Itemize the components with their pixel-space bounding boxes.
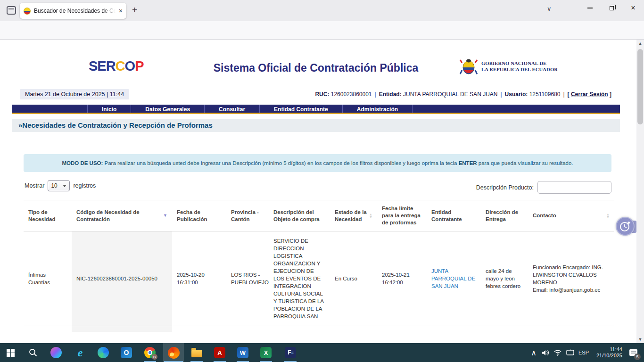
records-label: registros — [73, 182, 96, 189]
clock-icon — [619, 220, 631, 232]
header-descripcion-objeto[interactable]: Descripción del Objeto de compra — [269, 200, 330, 231]
new-tab-button[interactable]: + — [132, 5, 137, 15]
taskbar-file-explorer-button[interactable] — [186, 343, 207, 362]
page-scrollbar[interactable]: ▲ ▼ — [636, 40, 644, 343]
internet-explorer-icon: e — [78, 346, 83, 359]
time-tracker-widget[interactable] — [616, 217, 635, 236]
product-filter: Descripción Producto: — [476, 181, 611, 194]
header-entidad-contratante[interactable]: Entidad Contratante — [427, 200, 481, 231]
gov-text-line2: LA REPUBLICA DEL ECUADOR — [481, 66, 558, 73]
search-icon — [28, 348, 38, 357]
sort-desc-icon: ▼ — [163, 212, 167, 219]
firefox-icon — [168, 347, 180, 359]
current-datetime: Martes 21 de Octubre de 2025 | 11:44 — [20, 89, 129, 99]
taskbar-copilot-button[interactable] — [46, 343, 66, 362]
cell-fecha-publicacion: 2025-10-20 16:31:00 — [172, 231, 226, 326]
page-length-control: Mostrar 10 registros — [25, 180, 96, 191]
records-per-page-select[interactable]: 10 — [48, 180, 70, 191]
taskbar-search-button[interactable] — [23, 343, 43, 362]
usuario-label: Usuario: — [505, 91, 528, 98]
taskbar-internet-explorer-button[interactable]: e — [70, 343, 91, 362]
menu-item-inicio[interactable]: Inicio — [87, 105, 131, 113]
menu-item-administracion[interactable]: Administración — [343, 105, 413, 113]
cell-direccion: calle 24 de mayo y leon febres cordero — [481, 231, 528, 326]
scroll-down-icon[interactable]: ▼ — [636, 336, 644, 343]
header-tipo-necesidad[interactable]: Tipo de Necesidad — [24, 200, 72, 231]
header-contacto[interactable]: Contacto▲▼ — [528, 200, 614, 231]
notification-badge: 5 — [634, 354, 641, 360]
cell-contacto: Funcionario Encargado: ING. LIWINSGTON C… — [528, 231, 614, 326]
taskbar-outlook-button[interactable]: O — [116, 343, 137, 362]
usuario-value: 1251109680 — [529, 91, 561, 98]
header-estado-necesidad[interactable]: Estado de la Necesidad▲▼ — [330, 200, 377, 231]
menu-item-consultar[interactable]: Consultar — [205, 105, 260, 113]
tray-time: 11:44 — [610, 346, 622, 353]
table-header-row: Tipo de Necesidad Código de Necesidad de… — [24, 200, 614, 231]
cell-fecha-limite: 2025-10-21 16:42:00 — [377, 231, 427, 326]
product-description-input[interactable] — [537, 181, 611, 194]
browser-toolbar: ← → ⟳ www.compraspublicas.gob.ec/Proceso… — [0, 21, 644, 40]
main-menu: Inicio Datos Generales Consultar Entidad… — [12, 105, 620, 114]
table-row-partial — [24, 326, 614, 332]
entidad-link[interactable]: JUNTA PARROQUIAL DE SAN JUAN — [431, 268, 475, 289]
cell-codigo: NIC-1260023860001-2025-00050 — [72, 231, 172, 326]
windows-taskbar: e O G A W X F≡ ∧ ESP 11:44 21/10/2025 5 — [0, 343, 644, 362]
window-minimize-button[interactable] — [579, 0, 601, 16]
chevron-down-icon — [63, 185, 66, 187]
taskbar-word-button[interactable]: W — [232, 343, 253, 362]
tray-date: 21/10/2025 — [596, 353, 622, 359]
filter-label: Descripción Producto: — [476, 184, 534, 191]
taskbar-firefox-button[interactable] — [163, 343, 184, 362]
gov-text-line1: GOBIERNO NACIONAL DE — [481, 60, 558, 66]
table-row: Ínfimas Cuantías NIC-1260023860001-2025-… — [24, 231, 614, 326]
scrollbar-thumb[interactable] — [637, 49, 643, 124]
usage-info-box: MODO DE USO: Para realizar una búsqueda … — [24, 154, 611, 172]
header-codigo-necesidad[interactable]: Código de Necesidad de Contratación▼ — [72, 200, 172, 231]
start-button[interactable] — [0, 343, 21, 362]
page-title: »Necesidades de Contratación y Recepción… — [12, 119, 620, 132]
copilot-icon — [50, 347, 62, 358]
needs-table: Tipo de Necesidad Código de Necesidad de… — [24, 200, 614, 332]
firefox-view-icon[interactable] — [7, 6, 16, 15]
cell-tipo: Ínfimas Cuantías — [24, 231, 72, 326]
header-fecha-publicacion[interactable]: Fecha de Publicación — [172, 200, 226, 231]
cell-provincia-canton: LOS RIOS - PUEBLOVIEJO — [226, 231, 269, 326]
browser-tab[interactable]: Buscador de Necesidades de Co × — [20, 3, 126, 19]
taskbar-edge-button[interactable] — [93, 343, 114, 362]
chrome-icon: G — [144, 347, 156, 358]
volume-icon[interactable] — [539, 343, 552, 362]
site-favicon-icon — [24, 8, 31, 15]
notification-center-button[interactable]: 5 — [625, 343, 641, 362]
logout-link[interactable]: Cerrar Sesión — [571, 91, 608, 98]
taskbar-clock[interactable]: 11:44 21/10/2025 — [589, 343, 622, 362]
cell-estado: En Curso — [330, 231, 377, 326]
tab-list-chevron-icon[interactable]: ∨ — [547, 5, 552, 12]
header-provincia-canton[interactable]: Provincia - Cantón — [226, 200, 269, 231]
scroll-up-icon[interactable]: ▲ — [636, 40, 644, 47]
taskbar-excel-button[interactable]: X — [256, 343, 276, 362]
tab-title: Buscador de Necesidades de Co — [34, 8, 116, 14]
ruc-value: 1260023860001 — [331, 91, 372, 98]
header-direccion-entrega[interactable]: Dirección de Entrega — [481, 200, 528, 231]
entidad-value: JUNTA PARROQUIAL DE SAN JUAN — [403, 91, 497, 98]
taskbar-chrome-button[interactable]: G — [140, 343, 160, 362]
session-info: RUC: 1260023860001|Entidad: JUNTA PARROQ… — [315, 91, 611, 98]
touch-keyboard-icon[interactable] — [564, 343, 576, 362]
acrobat-icon: A — [214, 347, 225, 358]
word-icon: W — [237, 347, 248, 358]
tab-close-icon[interactable]: × — [119, 7, 123, 15]
header-fecha-limite[interactable]: Fecha límite para la entrega de proforma… — [377, 200, 427, 231]
sort-both-icon: ▲▼ — [369, 213, 372, 219]
window-close-button[interactable]: × — [622, 0, 644, 16]
page-viewport: SERCOP Sistema Oficial de Contratación P… — [0, 40, 636, 343]
windows-logo-icon — [7, 349, 15, 357]
ecuador-coat-of-arms-icon — [460, 56, 478, 77]
menu-item-datos-generales[interactable]: Datos Generales — [131, 105, 205, 113]
taskbar-acrobat-button[interactable]: A — [209, 343, 230, 362]
tray-chevron-icon[interactable]: ∧ — [528, 343, 539, 362]
taskbar-fe-app-button[interactable]: F≡ — [280, 343, 301, 362]
wifi-icon[interactable] — [552, 343, 564, 362]
menu-item-entidad-contratante[interactable]: Entidad Contratante — [260, 105, 343, 113]
window-restore-button[interactable] — [601, 0, 622, 16]
entidad-label: Entidad: — [379, 91, 402, 98]
